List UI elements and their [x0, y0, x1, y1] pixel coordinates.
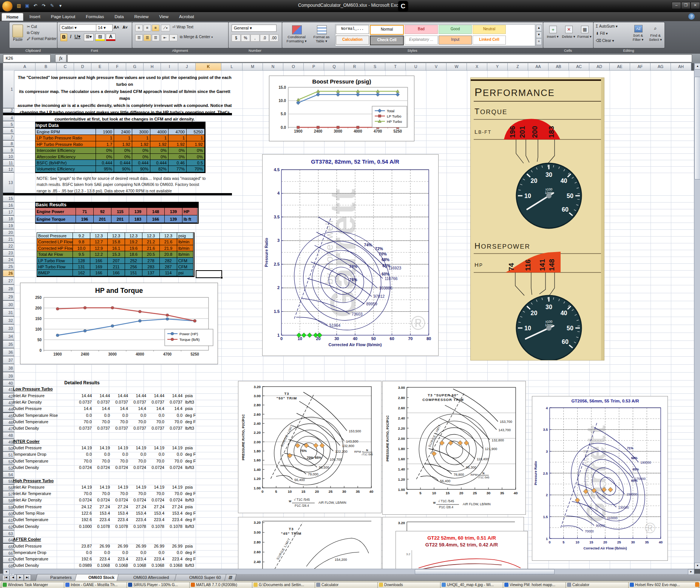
ribbon-tab-data[interactable]: Data	[110, 13, 128, 20]
detail-value[interactable]: 0.0737	[129, 426, 146, 432]
input-data-table-cell[interactable]: 4000	[150, 129, 168, 135]
horizontal-scrollbar[interactable]: ◄►	[3, 569, 694, 574]
detail-value[interactable]: 223.4	[93, 557, 110, 563]
wrap-text-button[interactable]: ⏎ Wrap Text	[172, 25, 214, 30]
scroll-down-arrow[interactable]: ▼	[694, 563, 700, 569]
ribbon-tab-review[interactable]: Review	[130, 13, 153, 20]
column-header-AE[interactable]: AE	[610, 63, 630, 71]
underline-button[interactable]: U▾	[74, 34, 81, 40]
input-data-table-cell[interactable]: 1.92	[187, 141, 205, 147]
row-header-32[interactable]: 32	[3, 317, 14, 324]
detail-value[interactable]: 0.1078	[147, 524, 164, 530]
gt22-note-box[interactable]: GT22 52mm, 60 trim, 0.51 A/RGT22 59.4mm,…	[396, 531, 528, 569]
flow-results-table-cell[interactable]: 20.8	[160, 251, 177, 257]
flow-results-table-cell[interactable]: 151	[125, 270, 142, 276]
detail-value[interactable]: 223.4	[129, 557, 146, 563]
ribbon-tab-home[interactable]: Home	[2, 13, 23, 21]
column-header-S[interactable]: S	[365, 63, 385, 71]
row-header-29[interactable]: 29	[3, 293, 14, 300]
flow-results-table-cell[interactable]: 12.3	[125, 233, 142, 239]
input-data-table-cell[interactable]: 0%	[132, 147, 150, 153]
flow-results-table-cell[interactable]: 256	[125, 264, 142, 270]
row-header-16[interactable]: 16	[3, 202, 14, 209]
column-header-Y[interactable]: Y	[487, 63, 508, 71]
formula-input[interactable]	[67, 54, 692, 62]
row-header-22[interactable]: 22	[3, 243, 14, 249]
column-header-D[interactable]: D	[74, 63, 91, 71]
flow-results-table-cell[interactable]: Total Air Flow	[37, 251, 73, 257]
column-header-R[interactable]: R	[345, 63, 365, 71]
gallery-scroll-down[interactable]: ▼	[536, 31, 542, 38]
basic-results-table-cell[interactable]: Engine Torque	[36, 215, 76, 223]
input-data-table-cell[interactable]: Aftercooler Efficiency	[36, 154, 96, 160]
detail-value[interactable]: 0.0737	[93, 426, 110, 432]
flow-results-table-cell[interactable]: 21.2	[142, 239, 160, 245]
detail-value[interactable]: 70.0	[129, 419, 146, 426]
detail-value[interactable]: 0.1078	[129, 524, 146, 530]
row-header-23[interactable]: 23	[3, 250, 14, 256]
basic-results-table-cell[interactable]: 139	[165, 208, 182, 215]
cell-style-linked-cell[interactable]: Linked Cell	[473, 36, 506, 45]
flow-results-table-cell[interactable]: 287	[160, 264, 177, 270]
basic-results-table-cell[interactable]: 139	[129, 208, 147, 215]
merge-center-button[interactable]: ⧉ Merge & Center ▾	[180, 35, 226, 40]
row-header-37[interactable]: 37	[3, 356, 14, 364]
taskbar-button-6[interactable]: Downloads	[377, 582, 448, 588]
input-data-table-cell[interactable]: 1.92	[168, 141, 187, 147]
column-header-L[interactable]: L	[221, 63, 243, 71]
input-data-table-cell[interactable]: 0%	[96, 154, 114, 160]
detail-value[interactable]: 153.4	[93, 511, 110, 517]
input-data-table-cell[interactable]: 0%	[187, 147, 205, 153]
draw-icon[interactable]: ✎	[48, 2, 56, 9]
detail-value[interactable]: 0.0737	[165, 400, 182, 406]
detail-value[interactable]: 0.0	[74, 452, 92, 458]
basic-results-table-cell[interactable]: 183	[129, 215, 147, 223]
number-button-0[interactable]: $	[232, 34, 241, 42]
detail-value[interactable]: 14.4	[165, 406, 182, 412]
detail-value[interactable]: 223.4	[93, 517, 110, 523]
map-t3_50[interactable]: 05101520253035401.001.201.401.601.802.00…	[238, 381, 382, 513]
input-data-table-cell[interactable]: 0%	[168, 147, 187, 153]
flow-results-table-cell[interactable]: lb/min	[177, 239, 193, 245]
detail-value[interactable]: 0.0	[147, 550, 164, 556]
cell-style-calculation[interactable]: Calculation	[336, 36, 369, 45]
align-top-icon[interactable]: ≡	[135, 25, 143, 31]
increase-indent-icon[interactable]: ⇥	[169, 34, 178, 41]
detail-value[interactable]: 223.4	[165, 517, 182, 523]
detail-value[interactable]: 70.0	[93, 459, 110, 465]
number-button-1[interactable]: %	[241, 34, 250, 42]
open-icon[interactable]: ▨	[15, 2, 23, 9]
basic-results-table-cell[interactable]: lb ft	[182, 215, 198, 223]
detail-value[interactable]: 0.0737	[147, 426, 164, 432]
detail-value[interactable]: 27.24	[147, 504, 164, 511]
detail-value[interactable]: 0.0989	[74, 563, 92, 569]
detail-value[interactable]: 0.0724	[129, 498, 146, 504]
detail-value[interactable]: 70.0	[74, 419, 92, 426]
detail-value[interactable]: 0.0724	[74, 465, 92, 471]
flow-results-table-cell[interactable]: 162	[73, 270, 90, 276]
font-size-select[interactable]: 14 ▾	[96, 24, 113, 31]
flow-results-table-cell[interactable]: 12.3	[90, 233, 108, 239]
detail-value[interactable]: 0.0724	[111, 498, 128, 504]
chart-hp_torque[interactable]: HP and Torque050100150200250190024003000…	[20, 283, 218, 364]
row-header-11[interactable]: 11	[3, 160, 14, 166]
detail-value[interactable]: 14.19	[147, 485, 164, 491]
minimize-button[interactable]: –	[672, 2, 681, 9]
basic-results-table-cell[interactable]: 201	[94, 215, 111, 223]
column-header-U[interactable]: U	[406, 63, 426, 71]
taskbar-button-8[interactable]: Viewing PM: holset mapp...	[503, 582, 573, 588]
input-data-table-cell[interactable]: 2400	[114, 129, 132, 135]
border-button[interactable]: ⊞▾	[84, 34, 94, 41]
detail-value[interactable]: 14.19	[74, 485, 92, 491]
flow-results-table-cell[interactable]: 252	[125, 258, 142, 264]
column-header-AD[interactable]: AD	[589, 63, 610, 71]
taskbar-button-4[interactable]: G:\Documents and Settin...	[252, 582, 323, 588]
flow-results-table-cell[interactable]: Corrected HP Flow	[37, 245, 73, 251]
format-as-table-button[interactable]: Format as Table ▾	[310, 25, 333, 46]
detail-value[interactable]: 14.44	[93, 393, 110, 399]
column-header-B[interactable]: B	[36, 63, 57, 71]
detail-value[interactable]: 0.0	[147, 413, 164, 419]
detail-value[interactable]: 192.6	[74, 517, 92, 523]
select-all-corner[interactable]	[3, 63, 15, 71]
detail-value[interactable]: 0.0724	[165, 498, 182, 504]
